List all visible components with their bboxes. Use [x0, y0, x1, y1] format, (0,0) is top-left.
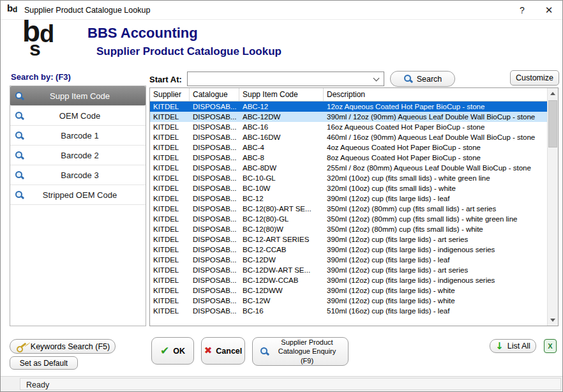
- magnifier-icon: [15, 170, 24, 180]
- scroll-up-button[interactable]: [548, 88, 558, 99]
- cell-supplier: KITDEL: [150, 224, 190, 234]
- excel-export-button[interactable]: X: [544, 339, 557, 353]
- magnifier-icon: [15, 151, 24, 160]
- cell-supplier: KITDEL: [150, 173, 190, 183]
- table-row[interactable]: KITDELDISPOSAB...ABC-88oz Aqueous Coated…: [150, 153, 547, 163]
- cell-supplier: KITDEL: [150, 132, 190, 142]
- cell-catalogue: DISPOSAB...: [190, 224, 239, 234]
- table-row[interactable]: KITDELDISPOSAB...BC-10-GL320ml (10oz) cu…: [150, 173, 547, 183]
- cell-code: BC-12(80)W: [239, 224, 324, 234]
- cell-code: BC-12-CCAB: [239, 245, 324, 255]
- cell-supplier: KITDEL: [150, 204, 190, 214]
- cell-code: ABC-16DW: [239, 132, 324, 142]
- bbs-logo: b b s: [22, 22, 77, 66]
- scroll-thumb[interactable]: [548, 100, 557, 147]
- catalogue-table: Supplier Catalogue Supp Item Code Descri…: [149, 87, 559, 326]
- cell-catalogue: DISPOSAB...: [190, 255, 239, 265]
- cell-supplier: KITDEL: [150, 153, 190, 163]
- cell-description: 390ml (12oz) cup (fits large lids) - whi…: [324, 285, 547, 296]
- magnifier-icon: [15, 131, 24, 140]
- status-field: Ready: [20, 378, 561, 390]
- cell-catalogue: DISPOSAB...: [190, 245, 239, 255]
- table-row[interactable]: KITDELDISPOSAB...BC-12(80)-ART SE...350m…: [150, 204, 547, 214]
- search-icon: [403, 74, 413, 84]
- cell-catalogue: DISPOSAB...: [190, 122, 239, 132]
- keywords-search-button[interactable]: Keywords Search (F5): [10, 339, 116, 354]
- ok-label: OK: [173, 347, 185, 356]
- table-row[interactable]: KITDELDISPOSAB...BC-12(80)W350ml (12oz) …: [150, 224, 547, 234]
- cell-description: 390ml (12oz) cup (fits large lids) - art…: [324, 265, 547, 275]
- status-bar: Ready: [1, 376, 562, 391]
- cell-description: 390ml (12oz) cup (fits large lids) - whi…: [324, 296, 547, 306]
- cell-supplier: KITDEL: [150, 122, 190, 132]
- cell-catalogue: DISPOSAB...: [190, 306, 239, 316]
- ok-button[interactable]: ✔ OK: [151, 337, 194, 365]
- cell-supplier: KITDEL: [150, 285, 190, 296]
- cell-code: BC-16: [239, 306, 324, 316]
- search-by-item-label: Barcode 2: [24, 151, 146, 160]
- cell-catalogue: DISPOSAB...: [190, 142, 239, 153]
- table-row[interactable]: KITDELDISPOSAB...ABC-1212oz Aqueous Coat…: [150, 102, 547, 112]
- search-by-item-label: Barcode 1: [24, 131, 146, 140]
- set-as-default-label: Set as Default: [20, 359, 68, 368]
- supplier-product-catalogue-enquiry-button[interactable]: Supplier Product Catalogue Enquiry (F9): [252, 337, 349, 366]
- table-row[interactable]: KITDELDISPOSAB...ABC-1616oz Aqueous Coat…: [150, 122, 547, 132]
- cell-catalogue: DISPOSAB...: [190, 183, 239, 193]
- table-row[interactable]: KITDELDISPOSAB...ABC-44oz Aqueous Coated…: [150, 142, 547, 153]
- cell-code: BC-12DW-ART SE...: [239, 265, 324, 275]
- cancel-button[interactable]: ✖ Cancel: [201, 337, 245, 365]
- table-row[interactable]: KITDELDISPOSAB...BC-12-ART SERIES390ml (…: [150, 234, 547, 245]
- table-row[interactable]: KITDELDISPOSAB...BC-16510ml (16oz) cup (…: [150, 306, 547, 316]
- search-button[interactable]: Search: [390, 71, 455, 87]
- search-by-item-barcode-1[interactable]: Barcode 1: [10, 126, 146, 146]
- scroll-down-button[interactable]: [548, 315, 558, 326]
- table-row[interactable]: KITDELDISPOSAB...BC-12W390ml (12oz) cup …: [150, 296, 547, 306]
- search-by-item-oem-code[interactable]: OEM Code: [10, 106, 146, 126]
- table-row[interactable]: KITDELDISPOSAB...BC-12DW-ART SE...390ml …: [150, 265, 547, 275]
- start-at-input[interactable]: [188, 72, 384, 86]
- table-row[interactable]: KITDELDISPOSAB...BC-12DW-CCAB390ml (12oz…: [150, 275, 547, 285]
- table-row[interactable]: KITDELDISPOSAB...BC-10W320ml (10oz) cup …: [150, 183, 547, 193]
- column-header-description[interactable]: Description: [324, 88, 547, 101]
- table-row[interactable]: KITDELDISPOSAB...BC-12DWW390ml (12oz) cu…: [150, 285, 547, 296]
- set-as-default-button[interactable]: Set as Default: [10, 356, 78, 370]
- start-at-label: Start At:: [149, 75, 182, 84]
- search-by-label: Search by: (F3): [11, 72, 71, 82]
- table-row[interactable]: KITDELDISPOSAB...BC-12DW390ml (12oz) cup…: [150, 255, 547, 265]
- vertical-scrollbar[interactable]: [547, 88, 558, 326]
- cell-supplier: KITDEL: [150, 112, 190, 122]
- start-at-combo[interactable]: [187, 72, 384, 86]
- close-button[interactable]: ✕: [536, 1, 562, 20]
- customize-button[interactable]: Customize: [510, 70, 559, 86]
- search-by-item-supp-item-code[interactable]: Supp Item Code: [10, 86, 146, 106]
- triangle-up-icon: [550, 92, 555, 95]
- cell-code: BC-12: [239, 193, 324, 204]
- table-row[interactable]: KITDELDISPOSAB...BC-12390ml (12oz) cup (…: [150, 193, 547, 204]
- column-header-supp-item-code[interactable]: Supp Item Code: [239, 88, 324, 101]
- cell-catalogue: DISPOSAB...: [190, 214, 239, 224]
- table-row[interactable]: KITDELDISPOSAB...ABC-16DW460ml / 16oz (9…: [150, 132, 547, 142]
- table-row[interactable]: KITDELDISPOSAB...ABC-8DW255ml / 8oz (80m…: [150, 163, 547, 173]
- search-by-item-barcode-3[interactable]: Barcode 3: [10, 165, 146, 185]
- cell-code: BC-12DW-CCAB: [239, 275, 324, 285]
- cell-code: BC-12DW: [239, 255, 324, 265]
- page-title: Supplier Product Catalogue Lookup: [96, 45, 282, 58]
- cell-code: ABC-12DW: [239, 112, 324, 122]
- table-row[interactable]: KITDELDISPOSAB...ABC-12DW390ml / 12oz (9…: [150, 112, 547, 122]
- table-row[interactable]: KITDELDISPOSAB...BC-12-CCAB390ml (12oz) …: [150, 245, 547, 255]
- cell-code: BC-12DWW: [239, 285, 324, 296]
- list-all-button[interactable]: ↓ List All: [490, 339, 536, 353]
- cell-code: BC-12-ART SERIES: [239, 234, 324, 245]
- help-button[interactable]: ?: [509, 1, 536, 20]
- search-by-item-barcode-2[interactable]: Barcode 2: [10, 146, 146, 165]
- search-by-item-stripped-oem-code[interactable]: Stripped OEM Code: [10, 185, 146, 205]
- column-header-catalogue[interactable]: Catalogue: [190, 88, 239, 101]
- cell-supplier: KITDEL: [150, 234, 190, 245]
- title-bar: b b Supplier Product Catalogue Lookup ? …: [1, 1, 562, 20]
- cell-catalogue: DISPOSAB...: [190, 285, 239, 296]
- cell-description: 320ml (10oz) cup (fits small lids) - whi…: [324, 173, 547, 183]
- column-header-supplier[interactable]: Supplier: [150, 88, 190, 101]
- table-row[interactable]: KITDELDISPOSAB...BC-12(80)-GL350ml (12oz…: [150, 214, 547, 224]
- magnifier-icon: [15, 91, 24, 101]
- cross-icon: ✖: [204, 346, 213, 356]
